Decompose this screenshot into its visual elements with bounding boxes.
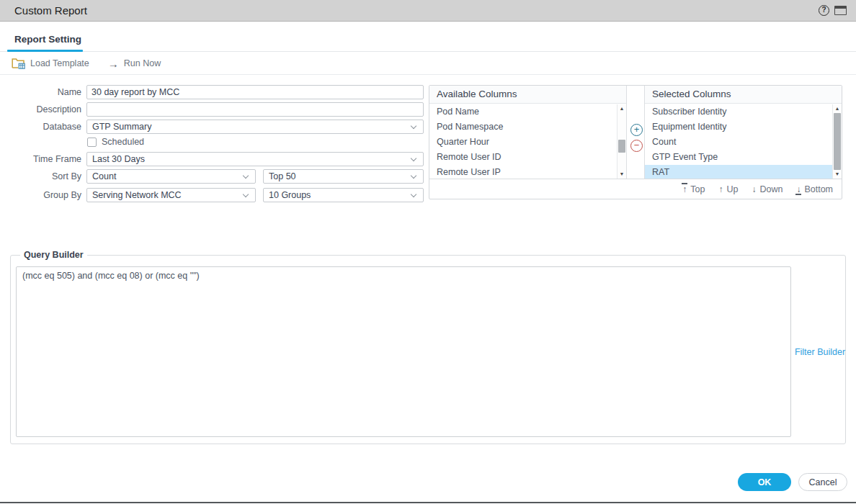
selected-columns-scrollbar[interactable]: ▲ ▼ (832, 104, 842, 179)
columns-panel: Available Columns Pod Name Pod Namespace… (429, 85, 842, 199)
query-input[interactable]: (mcc eq 505) and (mcc eq 08) or (mcc eq … (16, 266, 791, 437)
move-bottom-label: Bottom (804, 184, 833, 194)
move-top-button[interactable]: ↑ Top (682, 184, 705, 194)
move-up-icon: ↑ (718, 185, 723, 194)
move-down-label: Down (759, 184, 783, 194)
available-columns-scrollbar[interactable]: ▲ ▼ (617, 104, 626, 179)
description-input[interactable] (86, 102, 424, 117)
name-label: Name (13, 85, 81, 99)
group-by-label: Group By (13, 188, 81, 202)
list-item-selected[interactable]: RAT (645, 165, 832, 179)
list-item[interactable]: Pod Name (429, 104, 617, 120)
sort-by-label: Sort By (13, 169, 81, 184)
time-frame-value: Last 30 Days (92, 154, 145, 164)
group-by-limit-select[interactable]: 10 Groups (263, 188, 424, 202)
move-up-button[interactable]: ↑ Up (718, 184, 738, 194)
filter-builder-link[interactable]: Filter Builder (793, 347, 847, 357)
group-by-value: Serving Network MCC (92, 190, 182, 200)
name-input[interactable] (86, 85, 424, 99)
chevron-down-icon (411, 156, 416, 161)
time-frame-label: Time Frame (13, 152, 81, 166)
help-icon[interactable]: ? (819, 5, 829, 16)
scroll-up-icon[interactable]: ▲ (833, 105, 842, 112)
move-down-button[interactable]: ↓ Down (752, 184, 783, 194)
scheduled-checkbox[interactable] (87, 138, 97, 147)
cancel-button[interactable]: Cancel (798, 473, 847, 491)
query-builder-legend: Query Builder (20, 250, 87, 260)
chevron-down-icon (243, 192, 249, 197)
database-value: GTP Summary (92, 122, 151, 132)
scrollbar-thumb[interactable] (618, 140, 625, 153)
list-item[interactable]: Subscriber Identity (645, 104, 832, 120)
tab-report-setting[interactable]: Report Setting (14, 34, 81, 45)
column-order-toolbar: ↑ Top ↑ Up ↓ Down ↓ Bottom (429, 179, 842, 199)
sort-by-limit-select[interactable]: Top 50 (263, 169, 424, 184)
sort-by-select[interactable]: Count (86, 169, 256, 184)
sort-by-limit-value: Top 50 (269, 171, 296, 181)
run-now-label: Run Now (124, 58, 161, 68)
selected-columns-header: Selected Columns (645, 86, 842, 104)
window-icon[interactable] (834, 6, 847, 15)
scroll-down-icon[interactable]: ▼ (618, 171, 626, 178)
move-bottom-button[interactable]: ↓ Bottom (796, 184, 833, 194)
description-label: Description (13, 102, 81, 117)
move-bottom-icon: ↓ (796, 185, 801, 194)
load-template-button[interactable]: Load Template (12, 58, 89, 69)
move-top-icon: ↑ (682, 185, 687, 194)
chevron-down-icon (411, 192, 416, 197)
sort-by-value: Count (92, 171, 116, 181)
group-by-limit-value: 10 Groups (269, 190, 311, 200)
database-label: Database (13, 120, 81, 134)
list-item[interactable]: Remote User IP (429, 165, 617, 179)
add-column-button[interactable]: + (630, 124, 643, 136)
active-tab-indicator (7, 50, 83, 52)
custom-report-dialog: Custom Report ? Report Setting Load Temp… (0, 0, 856, 504)
move-down-icon: ↓ (752, 185, 756, 194)
list-item[interactable]: Pod Namespace (429, 120, 617, 135)
ok-button[interactable]: OK (738, 473, 791, 491)
load-template-label: Load Template (30, 58, 89, 68)
dialog-title: Custom Report (14, 0, 87, 21)
tab-bar: Report Setting (0, 22, 856, 52)
chevron-down-icon (411, 123, 416, 129)
list-item[interactable]: Count (645, 135, 832, 150)
list-item[interactable]: Remote User ID (429, 150, 617, 165)
selected-columns-pane: Selected Columns Subscriber Identity Equ… (644, 86, 842, 179)
list-item[interactable]: Quarter Hour (429, 135, 617, 150)
chevron-down-icon (243, 173, 249, 179)
available-columns-pane: Available Columns Pod Name Pod Namespace… (429, 86, 627, 179)
chevron-down-icon (411, 173, 416, 179)
list-item[interactable]: GTP Event Type (645, 150, 832, 165)
dialog-titlebar: Custom Report ? (0, 0, 856, 22)
available-columns-list: Pod Name Pod Namespace Quarter Hour Remo… (429, 104, 617, 179)
dialog-bottom-edge (0, 502, 856, 504)
scroll-up-icon[interactable]: ▲ (618, 105, 626, 112)
toolbar: Load Template → Run Now (0, 53, 856, 75)
list-item[interactable]: Equipment Identity (645, 120, 832, 135)
time-frame-select[interactable]: Last 30 Days (86, 152, 424, 166)
run-now-button[interactable]: → Run Now (108, 58, 161, 69)
database-select[interactable]: GTP Summary (86, 120, 424, 134)
run-now-arrow-icon: → (108, 58, 119, 69)
move-up-label: Up (726, 184, 738, 194)
remove-column-button[interactable]: − (630, 140, 643, 152)
scheduled-label: Scheduled (102, 137, 144, 147)
available-columns-header: Available Columns (429, 86, 626, 104)
group-by-select[interactable]: Serving Network MCC (86, 188, 256, 202)
scrollbar-thumb[interactable] (834, 113, 841, 170)
scroll-down-icon[interactable]: ▼ (833, 171, 842, 178)
move-top-label: Top (690, 184, 705, 194)
load-template-folder-icon (12, 58, 25, 69)
selected-columns-list: Subscriber Identity Equipment Identity C… (645, 104, 832, 179)
